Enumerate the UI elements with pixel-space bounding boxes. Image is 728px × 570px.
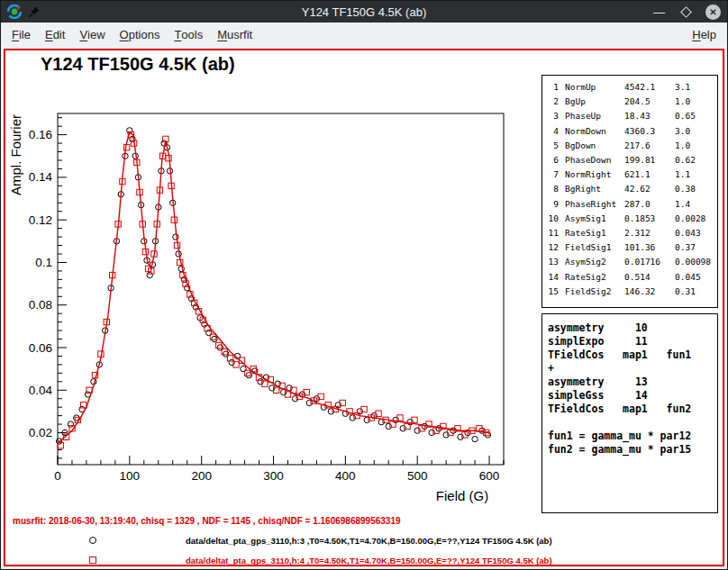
param-err: 0.045 — [675, 270, 714, 285]
fit-status-line: musrfit: 2018-06-30, 13:19:40, chisq = 1… — [13, 516, 401, 526]
parameter-row: 12FieldSig1101.360.37 — [546, 240, 714, 255]
param-val: 0.01716 — [624, 255, 675, 269]
y-axis-title: Ampl. Fourier — [8, 114, 23, 195]
legend-circle-marker-icon — [89, 537, 96, 544]
param-no: 15 — [546, 285, 559, 299]
param-name: FieldSig2 — [565, 285, 624, 299]
param-name: PhaseUp — [565, 109, 624, 123]
data-point-circle — [258, 379, 263, 385]
data-point-circle — [229, 359, 234, 365]
close-button[interactable]: ✕ — [705, 5, 721, 20]
param-no: 12 — [546, 240, 559, 255]
y-tick-label: 0.04 — [29, 384, 53, 397]
param-val: 0.514 — [624, 270, 675, 285]
parameter-row: 4NormDown4360.33.0 — [546, 124, 714, 139]
legend-label: data/deltat_pta_gps_3110,h:3 ,T0=4.50K,T… — [186, 536, 552, 546]
param-no: 5 — [546, 139, 559, 153]
data-point-circle — [350, 415, 355, 421]
param-val: 0.1853 — [624, 212, 675, 226]
param-err: 1.0 — [675, 95, 714, 109]
plot-title: Y124 TF150G 4.5K (ab) — [41, 54, 235, 75]
parameter-row: 11RateSig12.3120.043 — [546, 226, 714, 240]
legend-label: data/deltat_pta_gps_3110,h:4 ,T0=4.50K,T… — [186, 556, 552, 565]
menu-item-tools[interactable]: Tools — [167, 23, 210, 47]
param-err: 0.65 — [675, 109, 714, 123]
param-no: 11 — [546, 226, 559, 240]
data-point-circle — [68, 421, 73, 427]
param-no: 14 — [546, 270, 559, 285]
data-point-circle — [223, 351, 229, 357]
data-point-circle — [378, 420, 384, 425]
param-val: 204.5 — [624, 95, 675, 109]
data-point-circle — [212, 336, 217, 341]
x-tick-label: 0 — [54, 469, 61, 483]
menu-item-help[interactable]: Help — [685, 23, 723, 47]
param-name: PhaseDown — [565, 153, 624, 167]
param-val: 4542.1 — [624, 80, 675, 95]
data-point-circle — [328, 409, 333, 414]
maximize-button[interactable] — [678, 5, 694, 20]
y-tick-label: 0.12 — [29, 213, 52, 227]
parameter-row: 15FieldSig2146.320.31 — [546, 285, 714, 299]
data-point-circle — [281, 389, 287, 394]
param-name: NormUp — [565, 80, 624, 95]
data-point-circle — [414, 428, 420, 433]
param-name: NormRight — [565, 167, 624, 182]
window-title: Y124 TF150G 4.5K (ab) — [1, 5, 727, 19]
parameter-row: 10AsymSig10.18530.0028 — [546, 212, 714, 226]
parameter-row: 14RateSig20.5140.045 — [546, 270, 714, 285]
fourier-plot[interactable]: 01002003004005006000.020.040.060.080.10.… — [7, 83, 541, 513]
y-tick-label: 0.14 — [29, 170, 53, 184]
menu-item-options[interactable]: Options — [113, 23, 168, 47]
data-point-circle — [217, 345, 223, 350]
y-tick-label: 0.16 — [29, 128, 52, 141]
pin-icon[interactable] — [28, 5, 41, 18]
data-point-circle — [429, 430, 434, 435]
param-val: 287.0 — [624, 197, 675, 212]
menu-item-file[interactable]: File — [5, 23, 38, 47]
data-point-square — [166, 155, 171, 160]
data-point-circle — [458, 434, 463, 439]
plot-legend: data/deltat_pta_gps_3110,h:3 ,T0=4.50K,T… — [5, 531, 723, 570]
legend-square-marker-icon — [89, 556, 96, 564]
param-err: 1.4 — [675, 197, 714, 212]
theory-panel: asymmetry 10 simplExpo 11 TFieldCos map1… — [541, 313, 718, 513]
data-point-circle — [443, 432, 449, 438]
param-name: PhaseRight — [565, 197, 624, 212]
root-canvas-frame: Y124 TF150G 4.5K (ab) 010020030040050060… — [4, 49, 724, 566]
root-canvas[interactable]: Y124 TF150G 4.5K (ab) 010020030040050060… — [5, 50, 723, 565]
param-name: FieldSig1 — [565, 240, 624, 255]
x-tick-label: 100 — [120, 469, 141, 483]
param-no: 7 — [546, 167, 559, 182]
y-tick-label: 0.1 — [35, 256, 52, 269]
param-no: 9 — [546, 197, 559, 212]
menu-item-view[interactable]: View — [72, 23, 112, 47]
data-point-circle — [206, 330, 212, 335]
param-err: 0.00098 — [675, 255, 714, 269]
parameter-row: 7NormRight621.11.1 — [546, 167, 714, 182]
y-tick-label: 0.08 — [29, 298, 52, 312]
param-no: 1 — [546, 80, 559, 95]
title-bar[interactable]: Y124 TF150G 4.5K (ab) — ✕ — [1, 1, 727, 23]
param-no: 13 — [546, 255, 559, 269]
param-val: 217.6 — [624, 139, 675, 153]
menu-item-musrfit[interactable]: Musrfit — [210, 23, 259, 47]
menu-bar: FileEditViewOptionsToolsMusrfitHelp — [1, 23, 727, 47]
param-no: 10 — [546, 212, 559, 226]
param-err: 0.043 — [675, 226, 714, 240]
param-val: 18.43 — [624, 109, 675, 123]
menu-item-edit[interactable]: Edit — [38, 23, 72, 47]
param-name: BgUp — [565, 95, 624, 109]
param-no: 2 — [546, 95, 559, 109]
maximize-icon — [680, 6, 692, 18]
y-tick-label: 0.02 — [29, 426, 52, 439]
fit-line — [58, 132, 489, 443]
param-err: 3.1 — [675, 80, 714, 95]
param-err: 0.31 — [675, 285, 714, 299]
param-no: 8 — [546, 182, 559, 196]
parameter-row: 6PhaseDown199.810.62 — [546, 153, 714, 167]
legend-entry: data/deltat_pta_gps_3110,h:3 ,T0=4.50K,T… — [5, 531, 723, 551]
parameter-row: 2BgUp204.51.0 — [546, 95, 714, 109]
param-err: 0.0028 — [675, 212, 714, 226]
minimize-button[interactable]: — — [651, 5, 667, 20]
